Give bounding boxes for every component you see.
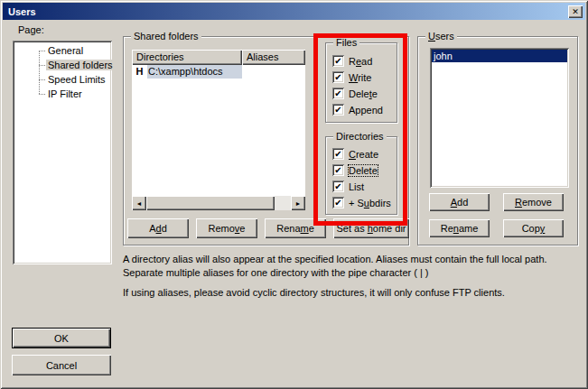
title-bar[interactable]: Users ✕ xyxy=(3,3,585,20)
copy-user-button[interactable]: Copy xyxy=(503,219,564,237)
remove-user-button[interactable]: Remove xyxy=(503,193,564,211)
window-title: Users xyxy=(8,6,568,17)
add-user-button[interactable]: Add xyxy=(429,193,490,211)
page-label: Page: xyxy=(18,24,44,35)
page-item-ip-filter[interactable]: IP Filter xyxy=(13,87,112,101)
users-listbox[interactable]: john xyxy=(430,48,569,188)
annotation-highlight-box xyxy=(313,33,407,226)
directory-cell: C:\xampp\htdocs xyxy=(147,65,242,79)
note-paragraph: If using aliases, please avoid cyclic di… xyxy=(123,286,573,300)
page-tree[interactable]: General Shared folders Speed Limits IP F… xyxy=(13,41,112,264)
cancel-button[interactable]: Cancel xyxy=(12,355,111,375)
horizontal-scrollbar[interactable]: ◄ ► xyxy=(132,196,305,210)
list-item[interactable]: john xyxy=(432,50,567,62)
table-row[interactable]: H C:\xampp\htdocs xyxy=(132,65,305,79)
note-paragraph: A directory alias will also appear at th… xyxy=(123,253,573,280)
directories-listview[interactable]: Directories Aliases H C:\xampp\htdocs ◄ … xyxy=(132,50,305,210)
page-item-shared-folders[interactable]: Shared folders xyxy=(13,58,112,72)
ok-button[interactable]: OK xyxy=(12,328,111,348)
column-header-aliases[interactable]: Aliases xyxy=(242,50,305,65)
users-dialog: Users ✕ Page: General Shared folders Spe… xyxy=(0,0,588,389)
home-flag: H xyxy=(132,65,147,79)
page-item-general[interactable]: General xyxy=(13,43,112,58)
scroll-left-icon[interactable]: ◄ xyxy=(132,196,146,210)
scroll-right-icon[interactable]: ► xyxy=(291,196,305,210)
column-header-directories[interactable]: Directories xyxy=(132,50,242,65)
scrollbar-thumb[interactable] xyxy=(146,196,275,210)
directories-list-body: H C:\xampp\htdocs xyxy=(132,65,305,196)
shared-folders-group-label: Shared folders xyxy=(131,31,201,42)
alias-notes: A directory alias will also appear at th… xyxy=(123,253,573,306)
rename-user-button[interactable]: Rename xyxy=(429,219,490,237)
page-item-speed-limits[interactable]: Speed Limits xyxy=(13,72,112,87)
close-icon[interactable]: ✕ xyxy=(568,5,583,18)
users-group-label: Users xyxy=(425,31,457,42)
directories-list-header: Directories Aliases xyxy=(132,50,305,65)
remove-folder-button[interactable]: Remove xyxy=(196,218,257,238)
add-folder-button[interactable]: Add xyxy=(127,218,189,238)
